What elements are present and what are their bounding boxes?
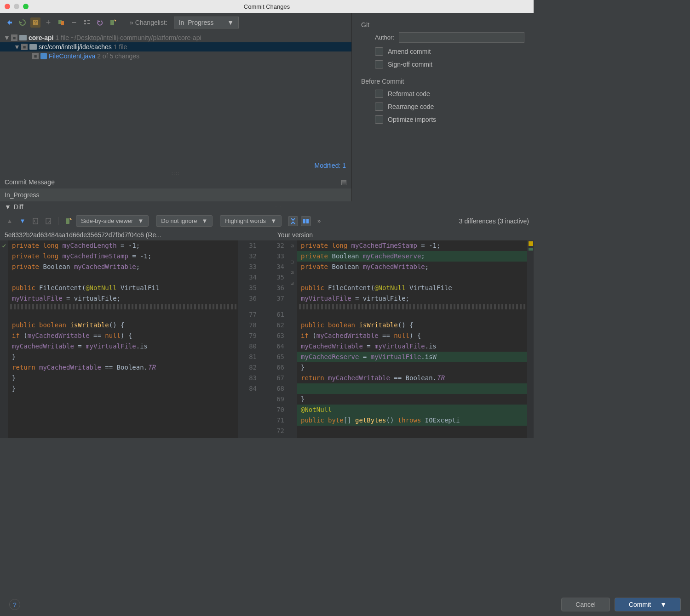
file-name: FileContent.java [49,52,95,60]
titlebar: Commit Changes [0,0,534,13]
diff-splitter[interactable] [259,240,266,438]
chevron-down-icon: ▼ [14,43,19,51]
checkbox-icon[interactable] [375,60,383,68]
svg-rect-13 [303,219,305,223]
revert-icon[interactable]: ? [30,17,40,28]
checkbox-icon[interactable] [375,115,383,124]
resize-grip[interactable]: :::: [0,171,351,176]
diff-viewer: ✔ private long myCachedLength = -1;priva… [0,240,534,438]
ignore-mode-dropdown[interactable]: Do not ignore ▼ [156,215,213,227]
reformat-label: Reformat code [388,90,430,97]
amend-commit-row[interactable]: Amend commit [375,47,524,56]
changes-tree: ▼ ■ core-api 1 file ~/Desktop/intellij-c… [0,32,351,160]
module-meta: 1 file ~/Desktop/intellij-community/plat… [55,34,201,41]
cleanup-icon[interactable] [108,17,118,28]
diff-right-pane[interactable]: private long myCachedTimeStamp = -1;priv… [297,240,527,438]
commit-options-pane: Git Author: Amend commit Sign-off commit… [352,13,534,201]
module-name: core-api [29,34,53,41]
remove-icon[interactable]: − [69,17,79,28]
commit-message-input[interactable] [0,188,351,201]
group-by-icon[interactable] [82,17,92,28]
checkbox-icon[interactable] [375,47,383,56]
undo-icon[interactable] [95,17,105,28]
tree-file-row[interactable]: ■ FileContent.java 2 of 5 changes [0,51,351,61]
show-diff-icon[interactable] [5,17,15,28]
svg-rect-7 [87,23,90,24]
checkbox-icon[interactable]: ■ [11,34,17,41]
chevron-down-icon: ▼ [270,217,276,224]
rearrange-label: Rearrange code [388,103,434,110]
prev-file-icon[interactable] [30,216,40,226]
checkbox-icon[interactable]: ■ [21,44,28,50]
window-controls [5,4,29,9]
add-icon[interactable]: + [43,17,53,28]
validation-marker: ✔ [0,240,8,438]
checkbox-icon[interactable] [375,103,383,111]
delete-icon[interactable] [56,17,66,28]
changelist-dropdown[interactable]: In_Progress ▼ [174,17,239,29]
chevron-down-icon: ▼ [138,217,144,224]
diff-right-title: Your version [277,231,529,239]
left-gutter: 3132333435367778798081828384 [238,240,259,438]
svg-text:?: ? [34,20,37,25]
author-input[interactable] [399,32,524,43]
diff-left-pane[interactable]: private long myCachedLength = -1;private… [8,240,238,438]
window-title: Commit Changes [244,3,290,10]
viewer-mode-dropdown[interactable]: Side-by-side viewer ▼ [76,215,149,227]
ignore-mode-value: Do not ignore [161,217,197,224]
svg-rect-6 [87,20,90,21]
author-label: Author: [375,34,394,41]
signoff-label: Sign-off commit [388,61,432,68]
prev-diff-icon[interactable]: ▲ [5,216,15,226]
signoff-commit-row[interactable]: Sign-off commit [375,60,524,68]
chevron-down-icon: ▼ [5,203,11,211]
resize-grip[interactable]: :::: [273,205,282,209]
file-meta: 2 of 5 changes [97,52,139,60]
module-icon [19,35,27,40]
svg-rect-5 [84,23,86,24]
changelist-label: » Changelist: [130,19,167,26]
svg-rect-8 [110,20,114,25]
reformat-row[interactable]: Reformat code [375,90,524,98]
close-window-icon[interactable] [5,4,10,9]
rearrange-row[interactable]: Rearrange code [375,103,524,111]
diff-label: Diff [14,203,23,211]
svg-rect-14 [306,219,309,223]
zoom-window-icon[interactable] [23,4,29,9]
edit-icon[interactable] [63,216,73,226]
next-file-icon[interactable] [43,216,53,226]
dir-meta: 1 file [114,43,127,51]
checkbox-icon[interactable]: ■ [32,53,39,59]
next-diff-icon[interactable]: ▼ [17,216,28,226]
folder-icon [29,44,37,50]
collapse-unchanged-icon[interactable] [288,216,298,226]
right-scrollbar[interactable] [527,240,534,438]
tree-dir-row[interactable]: ▼ ■ src/com/intellij/ide/caches 1 file [0,42,351,51]
minimize-window-icon[interactable] [14,4,19,9]
tree-module-row[interactable]: ▼ ■ core-api 1 file ~/Desktop/intellij-c… [0,33,351,42]
optimize-label: Optimize imports [388,116,436,123]
history-icon[interactable]: ▤ [341,178,347,186]
sync-scroll-icon[interactable] [301,216,311,226]
optimize-row[interactable]: Optimize imports [375,115,524,124]
right-markers[interactable]: ☑☐☑☑ [287,240,297,438]
highlight-mode-value: Highlight words [225,217,266,224]
before-commit-header: Before Commit [361,78,524,85]
diff-status: 3 differences (3 inactive) [459,217,529,225]
changelist-value: In_Progress [179,19,213,26]
checkbox-icon[interactable] [375,90,383,98]
git-section-header: Git [361,21,524,29]
chevron-down-icon: ▼ [4,34,9,41]
java-file-icon [40,53,47,59]
more-chevron[interactable]: » [317,217,321,224]
svg-rect-9 [40,53,47,59]
chevron-down-icon: ▼ [201,217,207,224]
modified-count: Modified: 1 [0,160,351,171]
refresh-icon[interactable] [17,17,28,28]
diff-section-header[interactable]: ▼ Diff :::: [0,201,534,212]
right-gutter: 323334353637616263646566676869707172 [266,240,287,438]
amend-label: Amend commit [388,48,431,55]
highlight-mode-dropdown[interactable]: Highlight words ▼ [220,215,282,227]
dir-name: src/com/intellij/ide/caches [39,43,112,51]
commit-message-label: Commit Message [5,178,55,186]
